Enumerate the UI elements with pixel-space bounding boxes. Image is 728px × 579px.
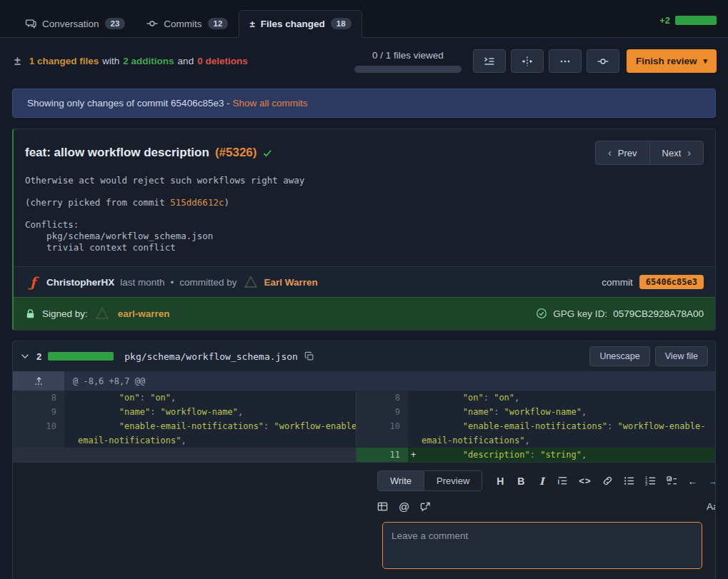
file-tree-toggle-button[interactable] [473,49,506,73]
link-button[interactable] [602,475,613,486]
avatar[interactable]: ƒ [25,274,41,290]
line-number[interactable]: 9 [356,405,408,419]
tab-files-changed[interactable]: ± Files changed 18 [239,10,361,38]
commit-icon [597,56,609,67]
tab-commits[interactable]: Commits 12 [136,10,239,38]
collapse-file-chevron-icon[interactable] [20,351,30,361]
triangle-avatar-icon [95,306,109,321]
pr-reference-link[interactable]: (#5326) [215,146,257,160]
file-diff-header: 2 pkg/schema/workflow_schema.json Unesca… [13,341,715,371]
unescape-button[interactable]: Unescape [589,346,649,366]
avatar[interactable] [94,306,110,321]
prev-commit-button[interactable]: ‹ Prev [595,141,649,165]
ci-success-check-icon[interactable] [262,148,273,158]
avatar[interactable] [243,274,259,290]
committer-name-link[interactable]: Earl Warren [264,277,318,288]
hunk-header-row: @ -8,6 +8,7 @@ [13,371,715,391]
svg-text:3: 3 [645,482,647,486]
split-diff-table: 8 "on": "on",9 "name": "workflow-name",1… [13,391,715,462]
diff-icon: ± [249,19,254,29]
next-label: Next [662,148,682,158]
italic-button[interactable]: I [537,475,547,487]
unordered-list-button[interactable] [624,475,634,486]
gpg-key-value: 0579CB2928A78A00 [613,308,704,319]
indent-button[interactable]: → [709,475,716,487]
more-options-button[interactable] [549,49,582,73]
banner-text: Showing only changes of commit 65406c85e… [27,98,230,109]
diff-row: 8 "on": "on", [13,391,356,405]
line-number[interactable]: 10 [13,419,64,448]
line-number[interactable]: 11 [356,448,408,462]
commit-pager: ‹ Prev Next › [595,141,704,165]
code-line [64,448,356,462]
next-commit-button[interactable]: Next › [649,141,704,165]
author-name-link[interactable]: ChristopherHX [46,277,114,288]
files-viewed-progress [354,66,462,73]
commit-sha-block: commit 65406c85e3 [602,275,704,289]
file-name[interactable]: pkg/schema/workflow_schema.json [124,351,298,362]
ordered-list-button[interactable]: 123 [645,475,656,486]
code-button[interactable]: <> [579,475,591,486]
code-line: "enable-email-notifications": "workflow-… [408,419,715,448]
file-diff-stat-bar [48,352,114,361]
task-list-button[interactable] [667,475,677,486]
file-tree-icon [484,56,495,67]
heading-button[interactable]: H [495,475,505,487]
finish-review-button[interactable]: Finish review ▾ [627,49,717,73]
show-all-commits-link[interactable]: Show all commits [232,98,307,109]
changed-files-text: 1 changed files [29,56,99,66]
tab-conversation[interactable]: Conversation 23 [14,10,136,38]
tab-write[interactable]: Write [378,471,424,490]
line-number[interactable]: 10 [356,419,408,448]
editor-toolbar-row-1: Write Preview H B I <> 123 ← → [377,470,716,491]
commit-sha-badge[interactable]: 65406c85e3 [639,275,704,289]
commit-title: feat: allow workflow description (#5326) [25,146,273,160]
code-line: "on": "on", [64,391,356,405]
summary-with: with [102,56,119,66]
line-number[interactable]: 8 [13,391,64,405]
lock-icon [25,308,36,319]
copy-file-path-icon[interactable] [304,351,314,361]
font-toggle-button[interactable]: Aa [707,501,716,512]
expand-hunk-button[interactable] [13,371,64,391]
blank-line [25,186,704,197]
table-button[interactable] [377,501,388,512]
diff-row: 9 "name": "workflow-name", [356,405,715,419]
view-file-button[interactable]: View file [655,346,708,366]
line-number[interactable]: 8 [356,391,408,405]
line-number[interactable] [13,448,64,462]
diff-row: 10 "enable-email-notifications": "workfl… [356,419,715,448]
quote-button[interactable] [557,475,568,486]
bold-button[interactable]: B [516,475,526,487]
outdent-button[interactable]: ← [688,475,698,487]
summary-and: and [178,56,194,66]
quote-icon [557,475,568,486]
mention-button[interactable]: @ [399,500,409,513]
global-diff-stat: +2 [659,15,717,37]
commit-author-row: ƒ ChristopherHX last month • committed b… [14,266,715,297]
comment-textarea[interactable] [382,522,702,569]
commit-summary-box: feat: allow workflow description (#5326)… [12,129,716,331]
hunk-header-text: @ -8,6 +8,7 @@ [64,371,145,391]
diff-stat-bar [675,16,717,25]
cherry-pick-commit-link[interactable]: 515dd6612c [170,197,224,208]
verified-badge-icon [536,308,547,319]
signer-name-link[interactable]: earl-warren [118,308,170,319]
cherry-pick-text: (cherry picked from commit [25,197,170,208]
commit-icon [146,18,158,29]
commit-filter-banner: Showing only changes of commit 65406c85e… [12,89,716,118]
split-view-toggle-button[interactable] [511,49,544,73]
deletions-text: 0 deletions [197,56,248,66]
signed-by-label: Signed by: [42,308,88,319]
reference-button[interactable] [420,501,431,512]
commit-select-button[interactable] [587,49,619,73]
ellipsis-icon [559,56,571,67]
code-line: "enable-email-notifications": "workflow-… [64,419,356,448]
committed-by-text: committed by [179,277,236,288]
diff-row: 9 "name": "workflow-name", [13,405,356,419]
commit-message-line: Conflicts: [25,219,704,231]
line-number[interactable]: 9 [13,405,64,419]
tab-preview[interactable]: Preview [424,471,482,490]
diff-pane-new: 8 "on": "on",9 "name": "workflow-name",1… [356,391,715,462]
commit-message-line: trivial context conflict [25,242,704,253]
